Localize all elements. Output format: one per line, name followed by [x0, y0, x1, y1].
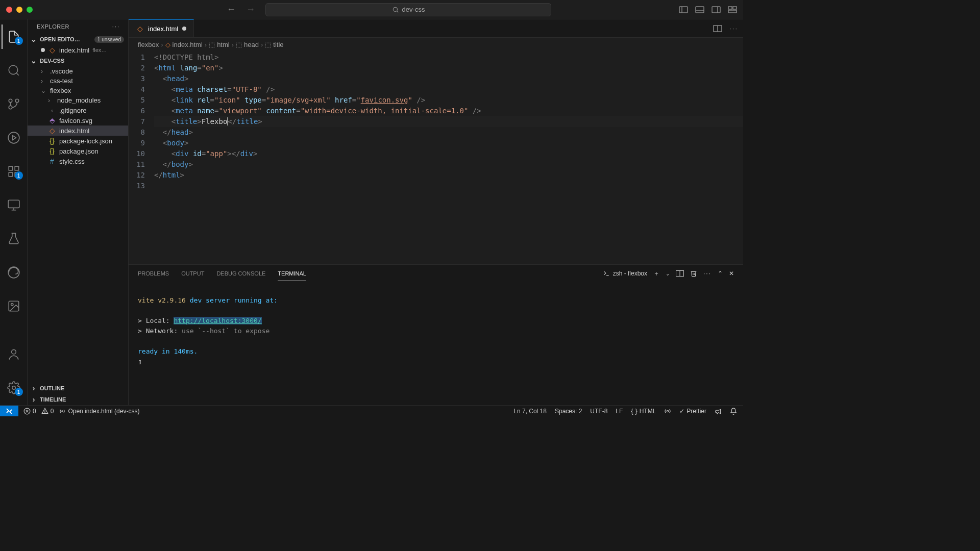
nav-back-button[interactable]: ← — [227, 4, 236, 15]
outline-section[interactable]: › OUTLINE — [28, 383, 128, 394]
status-task[interactable]: Open index.html (dev-css) — [59, 408, 139, 415]
maximize-panel-button[interactable]: ⌃ — [718, 270, 723, 277]
activity-accounts[interactable] — [2, 342, 26, 366]
svg-point-40 — [44, 412, 45, 413]
file-item[interactable]: # style.css — [28, 156, 128, 166]
svg-rect-2 — [679, 7, 688, 13]
brackets-icon: { } — [631, 407, 637, 415]
explorer-more-button[interactable]: ··· — [112, 23, 120, 30]
tab-index-html[interactable]: ◇ index.html — [129, 19, 194, 37]
activity-remote[interactable] — [2, 193, 26, 217]
megaphone-icon — [715, 408, 722, 415]
svg-point-14 — [9, 106, 12, 109]
file-icon: ⬘ — [48, 116, 56, 124]
file-item[interactable]: {} package-lock.json — [28, 136, 128, 146]
panel-tab-debug-console[interactable]: DEBUG CONSOLE — [216, 266, 265, 281]
edge-icon — [7, 266, 20, 279]
window-controls — [6, 7, 33, 13]
new-terminal-button[interactable]: ＋ — [653, 269, 659, 278]
status-prettier[interactable]: ✓ Prettier — [679, 408, 706, 415]
customize-layout-icon[interactable] — [728, 5, 737, 14]
folder-item[interactable]: › css-test — [28, 76, 128, 86]
terminal-output[interactable]: vite v2.9.16 dev server running at: > Lo… — [129, 282, 743, 405]
remote-button[interactable] — [0, 406, 18, 417]
nav-forward-button[interactable]: → — [246, 4, 255, 15]
svg-point-11 — [9, 65, 17, 74]
explorer-sidebar: EXPLORER ··· ⌄ OPEN EDITO… 1 unsaved ◇ i… — [28, 19, 129, 405]
activity-debug[interactable] — [2, 126, 26, 150]
explorer-badge: 1 — [15, 37, 23, 45]
status-eol[interactable]: LF — [616, 408, 623, 415]
file-item[interactable]: ◇ index.html — [28, 126, 128, 136]
panel-tab-output[interactable]: OUTPUT — [181, 266, 204, 281]
file-item[interactable]: {} package.json — [28, 146, 128, 156]
chevron-right-icon: › — [30, 384, 38, 392]
activity-settings[interactable]: 1 — [2, 375, 26, 400]
html-file-icon: ◇ — [48, 46, 56, 54]
timeline-section[interactable]: › TIMELINE — [28, 394, 128, 405]
layout-panel-icon[interactable] — [695, 5, 704, 14]
status-cursor[interactable]: Ln 7, Col 18 — [513, 408, 547, 415]
more-actions-button[interactable]: ··· — [729, 24, 738, 32]
folder-item[interactable]: › .vscode — [28, 66, 128, 76]
activity-testing[interactable] — [2, 227, 26, 251]
command-center-search[interactable]: dev-css — [265, 3, 551, 16]
status-live-share[interactable] — [664, 408, 671, 415]
svg-line-1 — [397, 11, 398, 12]
status-bell[interactable] — [730, 408, 737, 415]
svg-rect-20 — [9, 172, 13, 177]
close-panel-button[interactable]: ✕ — [729, 270, 734, 277]
svg-rect-22 — [8, 200, 19, 208]
code-editor[interactable]: 12345678910111213 <!DOCTYPE html><html l… — [129, 51, 743, 264]
activity-gallery[interactable] — [2, 294, 26, 318]
minimize-window-button[interactable] — [16, 7, 22, 13]
status-warnings[interactable]: 0 — [41, 408, 54, 415]
activity-explorer[interactable]: 1 — [2, 24, 26, 49]
image-icon — [7, 299, 20, 313]
activity-source-control[interactable] — [2, 92, 26, 116]
svg-point-0 — [393, 7, 397, 11]
split-terminal-dropdown[interactable]: ⌄ — [666, 271, 670, 277]
split-terminal-button[interactable] — [676, 270, 684, 277]
folder-item[interactable]: ⌄ flexbox — [28, 86, 128, 95]
status-encoding[interactable]: UTF-8 — [590, 408, 607, 415]
close-window-button[interactable] — [6, 7, 12, 13]
terminal-icon — [603, 270, 610, 277]
activity-edge[interactable] — [2, 260, 26, 285]
titlebar: ← → dev-css — [0, 0, 743, 19]
file-item[interactable]: ⬘ favicon.svg — [28, 115, 128, 126]
svg-point-17 — [8, 132, 19, 143]
search-icon — [392, 6, 399, 13]
activity-extensions[interactable]: 1 — [2, 159, 26, 184]
split-editor-button[interactable] — [713, 25, 722, 32]
activity-search[interactable] — [2, 58, 26, 83]
breadcrumb[interactable]: flexbox › ◇ index.html › ⬚ html › ⬚ head… — [129, 38, 743, 51]
svg-rect-9 — [733, 7, 737, 9]
tag-icon: ⬚ — [265, 41, 271, 48]
folder-item[interactable]: › node_modules — [28, 95, 128, 105]
panel-tab-terminal[interactable]: TERMINAL — [278, 266, 306, 281]
maximize-window-button[interactable] — [27, 7, 33, 13]
status-feedback[interactable] — [715, 408, 722, 415]
terminal-shell-label[interactable]: zsh - flexbox — [603, 270, 647, 277]
panel-tab-problems[interactable]: PROBLEMS — [138, 266, 169, 281]
remote-icon — [5, 408, 13, 415]
status-errors[interactable]: 0 — [23, 408, 36, 415]
search-text: dev-css — [402, 6, 425, 13]
open-editors-section[interactable]: ⌄ OPEN EDITO… 1 unsaved — [28, 34, 128, 45]
dirty-indicator-icon — [41, 48, 45, 52]
panel-more-button[interactable]: ··· — [703, 270, 712, 277]
workspace-section[interactable]: ⌄ DEV-CSS — [28, 55, 128, 66]
svg-rect-6 — [712, 7, 720, 13]
status-language[interactable]: { } HTML — [631, 407, 656, 415]
status-indentation[interactable]: Spaces: 2 — [555, 408, 582, 415]
svg-point-28 — [11, 304, 13, 306]
file-icon: ◇ — [48, 127, 56, 135]
open-editor-item[interactable]: ◇ index.html flex… — [28, 45, 128, 55]
warning-icon — [41, 408, 48, 415]
layout-secondary-sidebar-icon[interactable] — [712, 5, 721, 14]
layout-primary-sidebar-icon[interactable] — [679, 5, 688, 14]
bell-icon — [730, 408, 737, 415]
file-item[interactable]: ◦ .gitignore — [28, 105, 128, 115]
kill-terminal-button[interactable] — [690, 270, 697, 277]
